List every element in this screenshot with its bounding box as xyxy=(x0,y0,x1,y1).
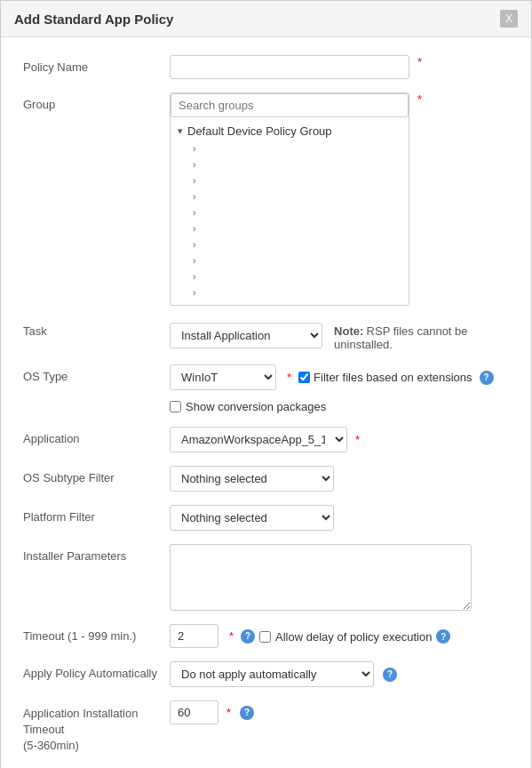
group-tree[interactable]: ▾ Default Device Policy Group › › › › › … xyxy=(171,117,409,305)
os-type-row: OS Type WinIoT Windows macOS Linux Andro… xyxy=(23,364,509,413)
conversion-checkbox[interactable] xyxy=(170,401,181,412)
group-child-item[interactable]: › xyxy=(171,172,409,188)
group-child-item[interactable]: › xyxy=(171,252,409,268)
os-subtype-control: Nothing selected xyxy=(170,466,509,492)
chevron-right-icon: › xyxy=(193,175,196,186)
app-install-timeout-label2: (5-360min) xyxy=(23,739,79,752)
chevron-right-icon: › xyxy=(193,255,196,266)
chevron-right-icon: › xyxy=(193,239,196,250)
chevron-right-icon: › xyxy=(193,207,196,218)
chevron-right-icon: › xyxy=(193,271,196,282)
filter-checkbox-label[interactable]: Filter files based on extensions xyxy=(298,371,472,384)
os-type-help-icon[interactable]: ? xyxy=(480,371,494,385)
allow-delay-label: Allow delay of policy execution xyxy=(275,630,432,644)
os-type-label: OS Type xyxy=(23,364,170,383)
os-type-control: WinIoT Windows macOS Linux Android iOS *… xyxy=(170,364,509,413)
os-subtype-label: OS Subtype Filter xyxy=(23,466,170,484)
chevron-down-icon: ▾ xyxy=(178,125,183,137)
conversion-row: Show conversion packages xyxy=(170,400,326,413)
installer-params-textarea[interactable] xyxy=(170,544,472,611)
os-subtype-row: OS Subtype Filter Nothing selected xyxy=(23,466,509,492)
chevron-right-icon: › xyxy=(193,191,196,202)
platform-filter-control: Nothing selected xyxy=(170,505,509,531)
group-child-item[interactable]: › xyxy=(171,220,409,236)
app-install-timeout-help-icon[interactable]: ? xyxy=(240,706,254,720)
installer-params-row: Installer Parameters xyxy=(23,544,509,611)
timeout-row: Timeout (1 - 999 min.) * ? Allow delay o… xyxy=(23,624,509,648)
apply-policy-select[interactable]: Do not apply automatically Apply automat… xyxy=(170,661,374,687)
group-child-item[interactable]: › xyxy=(171,188,409,204)
policy-name-input[interactable] xyxy=(170,55,409,79)
task-select[interactable]: Install Application Uninstall Applicatio… xyxy=(170,323,322,348)
policy-name-control: * xyxy=(170,55,509,79)
filter-checkbox-text: Filter files based on extensions xyxy=(314,371,472,384)
allow-delay-checkbox[interactable] xyxy=(259,631,271,643)
policy-name-row: Policy Name * xyxy=(23,55,509,79)
task-label: Task xyxy=(23,319,170,338)
application-control: AmazonWorkspaceApp_5_12.ex * xyxy=(170,427,509,452)
timeout-required: * xyxy=(229,629,234,643)
timeout-control: * ? Allow delay of policy execution ? xyxy=(170,624,509,648)
delay-row: Allow delay of policy execution ? xyxy=(259,629,450,644)
application-label: Application xyxy=(23,427,170,445)
group-child-item[interactable]: › xyxy=(171,236,409,252)
os-type-required: * xyxy=(287,371,291,384)
apply-policy-row: Apply Policy Automatically Do not apply … xyxy=(23,661,509,687)
group-child-item[interactable]: › xyxy=(171,284,409,300)
app-install-timeout-label-text: Application Installation Timeout xyxy=(23,707,138,736)
chevron-right-icon: › xyxy=(193,287,196,298)
group-parent-label: Default Device Policy Group xyxy=(187,124,332,138)
close-button[interactable]: X xyxy=(500,10,518,28)
app-install-timeout-label: Application Installation Timeout (5-360m… xyxy=(23,700,170,755)
timeout-input[interactable] xyxy=(170,624,218,648)
group-child-item[interactable]: › xyxy=(171,204,409,220)
chevron-right-icon: › xyxy=(193,143,196,154)
group-parent-item[interactable]: ▾ Default Device Policy Group xyxy=(171,122,409,140)
app-install-timeout-input[interactable] xyxy=(170,700,218,724)
policy-name-required: * xyxy=(417,55,422,68)
group-child-item[interactable]: › xyxy=(171,140,409,156)
dialog-title: Add Standard App Policy xyxy=(14,12,173,27)
installer-params-label: Installer Parameters xyxy=(23,544,170,563)
group-container: ▾ Default Device Policy Group › › › › › … xyxy=(170,92,409,306)
chevron-right-icon: › xyxy=(193,159,196,170)
group-row: Group ▾ Default Device Policy Group › › … xyxy=(23,92,509,306)
dialog-header: Add Standard App Policy X xyxy=(1,1,531,37)
group-label: Group xyxy=(23,92,170,111)
app-install-timeout-control: * ? xyxy=(170,700,509,724)
timeout-help-icon[interactable]: ? xyxy=(241,629,255,644)
filter-checkbox[interactable] xyxy=(298,372,310,383)
timeout-inner: * ? xyxy=(170,624,255,648)
dialog: Add Standard App Policy X Policy Name * … xyxy=(0,0,532,768)
group-search-input[interactable] xyxy=(171,93,409,117)
application-row: Application AmazonWorkspaceApp_5_12.ex * xyxy=(23,427,509,452)
platform-filter-label: Platform Filter xyxy=(23,505,170,524)
policy-name-label: Policy Name xyxy=(23,55,170,74)
chevron-right-icon: › xyxy=(193,223,196,234)
dialog-body: Policy Name * Group ▾ Default Device Pol… xyxy=(1,37,531,768)
apply-policy-label: Apply Policy Automatically xyxy=(23,661,170,680)
application-required: * xyxy=(355,433,360,446)
timeout-label: Timeout (1 - 999 min.) xyxy=(23,624,170,643)
os-type-inner: WinIoT Windows macOS Linux Android iOS *… xyxy=(170,364,494,390)
platform-filter-select[interactable]: Nothing selected xyxy=(170,505,334,531)
app-install-timeout-row: Application Installation Timeout (5-360m… xyxy=(23,700,509,755)
installer-params-control xyxy=(170,544,509,611)
task-row: Task Install Application Uninstall Appli… xyxy=(23,319,509,351)
application-select[interactable]: AmazonWorkspaceApp_5_12.ex xyxy=(170,427,347,452)
group-child-item[interactable]: › xyxy=(171,156,409,172)
group-child-item[interactable]: › xyxy=(171,268,409,284)
platform-filter-row: Platform Filter Nothing selected xyxy=(23,505,509,531)
apply-policy-control: Do not apply automatically Apply automat… xyxy=(170,661,509,687)
os-subtype-select[interactable]: Nothing selected xyxy=(170,466,334,492)
apply-policy-help-icon[interactable]: ? xyxy=(383,668,397,682)
conversion-label: Show conversion packages xyxy=(186,400,326,413)
delay-help-icon[interactable]: ? xyxy=(436,629,450,644)
group-control: ▾ Default Device Policy Group › › › › › … xyxy=(170,92,509,306)
app-install-timeout-required: * xyxy=(226,706,231,719)
task-control: Install Application Uninstall Applicatio… xyxy=(170,319,509,351)
os-type-select[interactable]: WinIoT Windows macOS Linux Android iOS xyxy=(170,364,276,390)
group-required: * xyxy=(417,92,422,106)
task-note-bold: Note: xyxy=(334,324,363,338)
task-note: Note: RSP files cannot be uninstalled. xyxy=(334,319,509,351)
